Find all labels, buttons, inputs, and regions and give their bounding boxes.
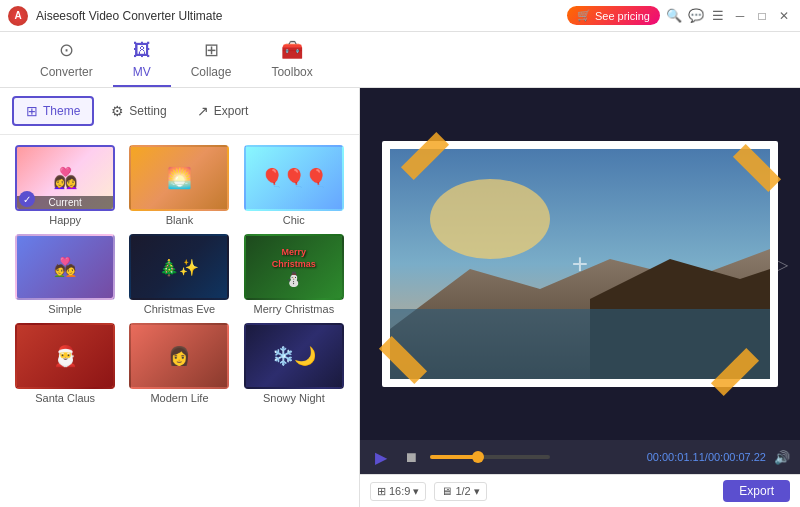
app-title: Aiseesoft Video Converter Ultimate [36,9,567,23]
svg-point-1 [430,179,550,259]
progress-fill [430,455,478,459]
title-bar: A Aiseesoft Video Converter Ultimate 🛒 S… [0,0,800,32]
theme-item-santa-claus[interactable]: 🎅 Santa Claus [12,323,118,404]
theme-thumb-santa[interactable]: 🎅 [15,323,115,389]
sub-tabs: ⊞ Theme ⚙ Setting ↗ Export [0,88,359,135]
theme-item-merry-christmas[interactable]: Merry Christmas ⛄ Merry Christmas [241,234,347,315]
export-button[interactable]: Export [723,480,790,502]
center-plus-icon: + [572,248,588,280]
theme-thumb-modern-life[interactable]: 👩 [129,323,229,389]
theme-thumb-christmas-eve[interactable]: 🎄✨ [129,234,229,300]
left-panel: ⊞ Theme ⚙ Setting ↗ Export 👩‍❤️‍👩 Curren… [0,88,360,507]
theme-thumb-blank[interactable]: 🌅 [129,145,229,211]
theme-item-simple[interactable]: 💑 Simple [12,234,118,315]
theme-grid: 👩‍❤️‍👩 Current ✓ Happy 🌅 Blank 🎈🎈🎈 Chic [0,135,359,507]
tab-toolbox[interactable]: 🧰 Toolbox [251,33,332,87]
subtab-export[interactable]: ↗ Export [184,97,262,125]
controls-bar: ▶ ⏹ 00:00:01.11/00:00:07.22 🔊 [360,440,800,474]
export-icon: ↗ [197,103,209,119]
menu-icon[interactable]: ☰ [710,8,726,24]
tab-converter[interactable]: ⊙ Converter [20,33,113,87]
theme-item-modern-life[interactable]: 👩 Modern Life [126,323,232,404]
close-button[interactable]: ✕ [776,8,792,24]
bottom-controls: ⊞ 16:9 ▾ 🖥 1/2 ▾ Export [360,474,800,507]
toolbox-icon: 🧰 [281,39,303,61]
theme-item-blank[interactable]: 🌅 Blank [126,145,232,226]
theme-item-snowy-night[interactable]: ❄️🌙 Snowy Night [241,323,347,404]
arrow-right-icon: ▷ [776,255,788,274]
theme-item-chic[interactable]: 🎈🎈🎈 Chic [241,145,347,226]
video-frame: + ▷ [390,149,770,379]
tab-mv[interactable]: 🖼 MV [113,34,171,87]
collage-icon: ⊞ [204,39,219,61]
theme-icon: ⊞ [26,103,38,119]
svg-rect-4 [390,309,770,379]
theme-item-christmas-eve[interactable]: 🎄✨ Christmas Eve [126,234,232,315]
nav-tabs: ⊙ Converter 🖼 MV ⊞ Collage 🧰 Toolbox [0,32,800,88]
right-panel: + ▷ ▶ ⏹ 00:00:01.11/00:00:07.22 🔊 ⊞ 16:9 [360,88,800,507]
video-preview: + ▷ [360,88,800,440]
volume-icon[interactable]: 🔊 [774,450,790,465]
setting-icon: ⚙ [111,103,124,119]
stop-button[interactable]: ⏹ [400,446,422,468]
theme-thumb-merry-christmas[interactable]: Merry Christmas ⛄ [244,234,344,300]
app-logo: A [8,6,28,26]
play-button[interactable]: ▶ [370,446,392,468]
subtab-theme[interactable]: ⊞ Theme [12,96,94,126]
time-display: 00:00:01.11/00:00:07.22 [558,451,766,463]
subtab-setting[interactable]: ⚙ Setting [98,97,179,125]
main-area: ⊞ Theme ⚙ Setting ↗ Export 👩‍❤️‍👩 Curren… [0,88,800,507]
theme-thumb-happy[interactable]: 👩‍❤️‍👩 Current ✓ [15,145,115,211]
see-pricing-button[interactable]: 🛒 See pricing [567,6,660,25]
progress-thumb [472,451,484,463]
theme-thumb-simple[interactable]: 💑 [15,234,115,300]
aspect-ratio-select[interactable]: ⊞ 16:9 ▾ [370,482,426,501]
converter-icon: ⊙ [59,39,74,61]
tab-collage[interactable]: ⊞ Collage [171,33,252,87]
theme-item-happy[interactable]: 👩‍❤️‍👩 Current ✓ Happy [12,145,118,226]
search-icon[interactable]: 🔍 [666,8,682,24]
mv-icon: 🖼 [133,40,151,61]
resolution-select[interactable]: 🖥 1/2 ▾ [434,482,486,501]
maximize-button[interactable]: □ [754,8,770,24]
aspect-dropdown-icon: ▾ [413,485,419,498]
progress-bar[interactable] [430,455,550,459]
resolution-dropdown-icon: ▾ [474,485,480,498]
chat-icon[interactable]: 💬 [688,8,704,24]
theme-thumb-snowy-night[interactable]: ❄️🌙 [244,323,344,389]
title-bar-actions: 🛒 See pricing 🔍 💬 ☰ ─ □ ✕ [567,6,792,25]
theme-thumb-chic[interactable]: 🎈🎈🎈 [244,145,344,211]
minimize-button[interactable]: ─ [732,8,748,24]
